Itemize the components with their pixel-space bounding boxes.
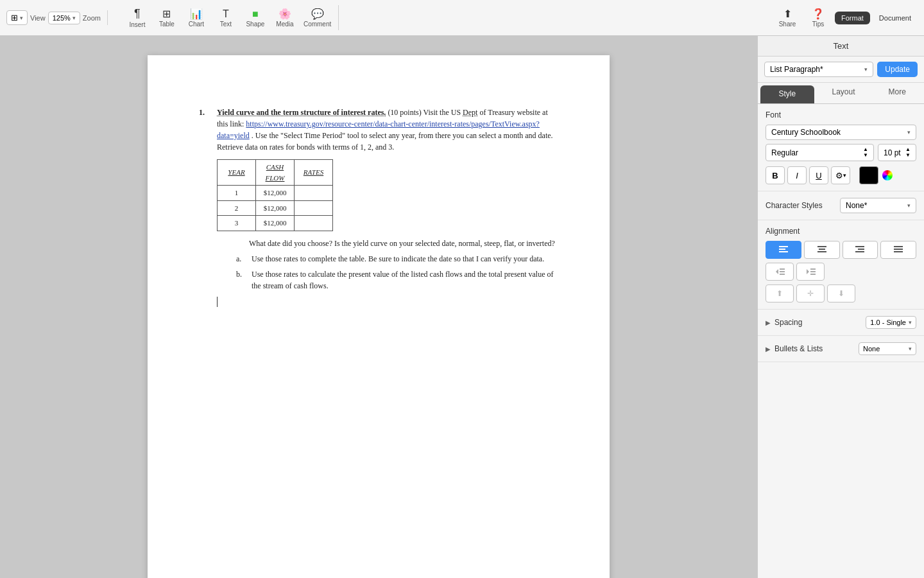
comment-button[interactable]: 💬 Comment — [300, 6, 334, 30]
comment-label: Comment — [304, 21, 331, 28]
align-left-icon — [779, 246, 788, 254]
table-cell-year-1: 1 — [218, 186, 256, 201]
font-size-selector[interactable]: 10 pt ▲ ▼ — [878, 144, 916, 161]
table-label: Table — [159, 21, 175, 28]
font-name-chevron-icon: ▾ — [907, 129, 911, 136]
bullets-selector[interactable]: None ▾ — [859, 342, 916, 355]
media-icon: 🌸 — [278, 8, 291, 20]
align-justify-button[interactable] — [880, 241, 916, 259]
question-body: Yield curve and the term structure of in… — [217, 107, 558, 310]
tab-more[interactable]: More — [870, 83, 924, 103]
document-button[interactable]: Document — [873, 12, 918, 24]
view-toggle[interactable]: ⊞ ▾ — [6, 10, 28, 25]
style-chevron-icon: ▾ — [864, 66, 868, 73]
spacing-selector[interactable]: 1.0 - Single ▾ — [866, 316, 916, 329]
text-format-gear-button[interactable]: ⚙ ▾ — [831, 166, 850, 184]
svg-rect-6 — [855, 246, 864, 247]
view-chevron-icon: ▾ — [20, 15, 23, 21]
italic-button[interactable]: I — [787, 166, 807, 184]
tab-more-label: More — [889, 87, 906, 96]
shape-icon: ■ — [252, 8, 259, 20]
color-wheel-icon — [882, 170, 893, 180]
tips-button[interactable]: ❓ Tips — [804, 6, 832, 30]
bullets-section: ▶ Bullets & Lists None ▾ — [758, 336, 924, 362]
document-page[interactable]: 1. Yield curve and the term structure of… — [148, 55, 610, 578]
svg-rect-8 — [855, 251, 864, 252]
svg-rect-11 — [894, 251, 903, 252]
question-title-paragraph: Yield curve and the term structure of in… — [217, 107, 558, 153]
align-right-icon — [855, 246, 864, 254]
bullets-title: Bullets & Lists — [774, 344, 859, 353]
bullets-row: ▶ Bullets & Lists None ▾ — [758, 336, 924, 362]
shape-button[interactable]: ■ Shape — [241, 6, 270, 30]
align-top-button[interactable]: ⬆ — [766, 285, 794, 302]
spacing-section: ▶ Spacing 1.0 - Single ▾ — [758, 310, 924, 336]
spacing-arrow-icon: ▶ — [766, 319, 771, 326]
spacing-header[interactable]: ▶ Spacing 1.0 - Single ▾ — [758, 310, 924, 335]
indent-decrease-icon — [774, 268, 785, 276]
align-left-button[interactable] — [766, 241, 801, 259]
insert-button[interactable]: ¶ Insert — [123, 5, 151, 31]
sub-text-a: Use those rates to complete the table. B… — [252, 253, 544, 265]
align-right-button[interactable] — [843, 241, 878, 259]
table-cell-cashflow-2: $12,000 — [256, 200, 295, 216]
right-panel: Text List Paragraph* ▾ Update Style Layo… — [757, 36, 924, 578]
underline-button[interactable]: U — [809, 166, 828, 184]
table-header-cashflow: CASHFLOW — [256, 160, 295, 186]
vertical-align-row: ⬆ ✛ ⬇ — [766, 285, 916, 302]
bullets-arrow-icon: ▶ — [766, 346, 771, 353]
align-bottom-button[interactable]: ⬇ — [827, 285, 855, 302]
insert-group: ¶ Insert ⊞ Table 📊 Chart T Text ■ Shape … — [119, 5, 339, 31]
indent-decrease-button[interactable] — [766, 263, 794, 281]
tab-style-label: Style — [778, 89, 796, 98]
table-row: 2 $12,000 — [218, 200, 333, 216]
text-color-swatch[interactable] — [859, 166, 878, 184]
update-button[interactable]: Update — [877, 62, 918, 77]
chart-button[interactable]: 📊 Chart — [182, 6, 210, 30]
bold-button[interactable]: B — [766, 166, 785, 184]
svg-rect-10 — [894, 249, 903, 250]
font-style-stepper[interactable]: ▲ ▼ — [863, 147, 868, 158]
spacing-chevron-icon: ▾ — [909, 319, 912, 326]
font-name-row: Century Schoolbook ▾ — [766, 125, 916, 140]
text-icon: T — [223, 8, 229, 20]
media-button[interactable]: 🌸 Media — [271, 6, 299, 30]
zoom-select[interactable]: 125% ▾ — [48, 12, 80, 24]
align-center-button[interactable] — [804, 241, 840, 259]
table-row: 1 $12,000 — [218, 186, 333, 201]
svg-rect-5 — [817, 251, 826, 252]
share-button[interactable]: ⬆ Share — [773, 6, 801, 30]
indent-increase-button[interactable] — [796, 263, 825, 281]
bullets-chevron-icon: ▾ — [909, 346, 912, 352]
table-cell-cashflow-3: $12,000 — [256, 216, 295, 231]
tab-layout[interactable]: Layout — [817, 83, 871, 103]
character-styles-selector[interactable]: None* ▾ — [840, 198, 916, 213]
main-area: 1. Yield curve and the term structure of… — [0, 36, 924, 578]
table-button[interactable]: ⊞ Table — [153, 6, 181, 30]
shape-label: Shape — [246, 21, 264, 28]
style-name-selector[interactable]: List Paragraph* ▾ — [764, 62, 873, 77]
format-button[interactable]: Format — [835, 12, 870, 24]
share-icon: ⬆ — [783, 8, 792, 20]
font-size-stepper[interactable]: ▲ ▼ — [905, 147, 911, 158]
font-format-row: B I U ⚙ ▾ — [766, 166, 916, 184]
table-cell-cashflow-1: $12,000 — [256, 186, 295, 201]
table-cell-year-2: 2 — [218, 200, 256, 216]
font-style-selector[interactable]: Regular ▲ ▼ — [766, 144, 874, 161]
text-button[interactable]: T Text — [212, 6, 240, 30]
font-section: Font Century Schoolbook ▾ Regular ▲ ▼ 10… — [758, 104, 924, 191]
color-picker-button[interactable] — [881, 166, 894, 184]
font-name-selector[interactable]: Century Schoolbook ▾ — [766, 125, 916, 140]
style-selector-row: List Paragraph* ▾ Update — [758, 57, 924, 83]
align-middle-button[interactable]: ✛ — [796, 285, 825, 302]
tab-style[interactable]: Style — [760, 85, 814, 103]
zoom-label: Zoom — [83, 14, 101, 22]
toolbar: ⊞ ▾ View 125% ▾ Zoom ¶ Insert ⊞ Table 📊 … — [0, 0, 924, 36]
question-number: 1. — [199, 107, 212, 310]
spacing-title: Spacing — [774, 318, 866, 327]
chart-label: Chart — [189, 21, 204, 28]
table-cell-year-3: 3 — [218, 216, 256, 231]
alignment-title: Alignment — [766, 227, 916, 236]
canvas-area[interactable]: 1. Yield curve and the term structure of… — [0, 36, 757, 578]
svg-rect-18 — [810, 271, 816, 272]
